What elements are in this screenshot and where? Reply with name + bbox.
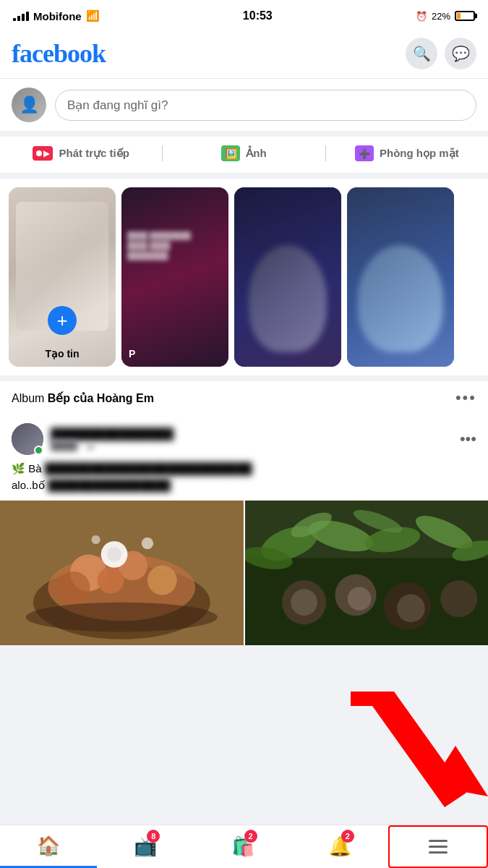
nav-menu[interactable]	[388, 825, 488, 868]
story-label-2: P	[129, 348, 135, 359]
post-options-button[interactable]: •••	[460, 430, 476, 448]
food-image-left[interactable]	[0, 501, 244, 645]
nav-video[interactable]: 📺 8	[97, 825, 194, 868]
leaf-emoji: 🌿	[12, 462, 25, 475]
story-card-2[interactable]: ████ ████████████ ████████████ P	[121, 187, 228, 367]
photo-icon: 🖼️	[221, 145, 240, 161]
home-icon: 🏠	[37, 835, 60, 857]
video-badge: 8	[147, 830, 160, 843]
room-label: Phòng họp mặt	[380, 147, 459, 160]
post-user-info: ████████████████ ████ · ☁	[51, 427, 174, 451]
stories-section: + Tạo tin ████ ████████████ ████████████…	[0, 179, 488, 381]
post-text: 🌿 Bà ███████████████████████████ alo..bố…	[0, 461, 488, 501]
live-button[interactable]: ▶ Phát trực tiếp	[0, 140, 162, 167]
post-more-button[interactable]: •••	[455, 388, 476, 407]
facebook-logo: facebook	[12, 38, 106, 69]
food-svg-left	[0, 501, 244, 645]
food-image-right[interactable]	[245, 501, 489, 645]
search-button[interactable]: 🔍	[406, 38, 437, 69]
svg-point-10	[107, 547, 121, 561]
arrow-overlay	[329, 684, 488, 817]
svg-marker-30	[351, 692, 466, 807]
post-header: ████████████████ ████ · ☁ •••	[0, 414, 488, 461]
post-meta: ████ · ☁	[51, 440, 174, 451]
header-icons: 🔍 💬	[406, 38, 476, 69]
notifications-badge: 2	[341, 830, 354, 843]
battery-percent: 22%	[432, 11, 450, 22]
post-text-line1: Bà	[28, 462, 41, 475]
nav-notifications[interactable]: 🔔 2	[291, 825, 388, 868]
status-bar: Mobifone 📶 10:53 ⏰ 22%	[0, 0, 488, 32]
create-story-icon: +	[48, 306, 77, 335]
battery-icon	[455, 11, 475, 21]
photo-button[interactable]: 🖼️ Ảnh	[163, 140, 325, 167]
feed-post: Album Bếp của Hoàng Em ••• █████████████…	[0, 381, 488, 645]
post-author: ████████████████ ████ · ☁	[12, 423, 174, 455]
post-box: 👤 Bạn đang nghĩ gì?	[0, 79, 488, 137]
story-card-4[interactable]	[347, 187, 454, 367]
photo-label: Ảnh	[246, 147, 266, 160]
story-card-3[interactable]	[234, 187, 341, 367]
carrier-name: Mobifone	[33, 10, 82, 22]
post-album-header: Album Bếp của Hoàng Em •••	[0, 381, 488, 414]
post-username: ████████████████	[51, 427, 174, 440]
bottom-nav: 🏠 📺 8 🛍️ 2 🔔 2	[0, 825, 488, 868]
album-prefix: Album	[12, 392, 44, 404]
svg-point-5	[98, 567, 124, 594]
svg-point-27	[291, 589, 317, 616]
room-button[interactable]: ➕ Phòng họp mặt	[326, 140, 488, 167]
menu-icon	[429, 840, 448, 854]
nav-marketplace[interactable]: 🛍️ 2	[194, 825, 291, 868]
post-text-line2: alo..bố	[12, 479, 45, 491]
svg-marker-31	[430, 746, 488, 796]
create-story-card[interactable]: + Tạo tin	[9, 187, 116, 367]
create-story-label: Tạo tin	[9, 348, 116, 359]
album-title: Album Bếp của Hoàng Em	[12, 391, 154, 405]
marketplace-badge: 2	[244, 830, 257, 843]
carrier-info: Mobifone 📶	[13, 9, 100, 22]
status-right: ⏰ 22%	[416, 11, 475, 22]
user-avatar: 👤	[12, 88, 46, 122]
action-buttons: ▶ Phát trực tiếp 🖼️ Ảnh ➕ Phòng họp mặt	[0, 137, 488, 179]
stories-scroll: + Tạo tin ████ ████████████ ████████████…	[0, 179, 488, 367]
messenger-button[interactable]: 💬	[445, 38, 476, 69]
svg-point-11	[142, 537, 153, 549]
online-indicator	[34, 446, 43, 455]
live-label: Phát trực tiếp	[59, 147, 129, 160]
nav-home[interactable]: 🏠	[0, 825, 97, 868]
post-images	[0, 501, 488, 645]
svg-point-28	[347, 587, 371, 610]
food-svg-right	[245, 501, 489, 645]
signal-icon	[13, 12, 29, 21]
app-header: facebook 🔍 💬	[0, 32, 488, 79]
live-icon: ▶	[33, 146, 53, 161]
status-time: 10:53	[243, 9, 273, 22]
svg-point-7	[147, 566, 177, 595]
alarm-icon: ⏰	[416, 11, 427, 22]
messenger-icon: 💬	[452, 45, 470, 62]
search-icon: 🔍	[413, 45, 431, 62]
svg-point-12	[91, 535, 100, 544]
room-icon: ➕	[355, 145, 374, 161]
svg-point-18	[440, 580, 477, 617]
post-avatar	[12, 423, 43, 455]
svg-point-6	[58, 571, 90, 604]
post-prompt[interactable]: Bạn đang nghĩ gì?	[55, 90, 476, 121]
svg-point-29	[397, 595, 425, 623]
album-name: Bếp của Hoàng Em	[48, 392, 154, 404]
post-text-blurred2: ████████████████	[48, 479, 171, 491]
svg-point-8	[26, 603, 218, 632]
wifi-icon: 📶	[86, 9, 100, 22]
post-text-blurred: ███████████████████████████	[45, 462, 252, 475]
red-arrow-svg	[329, 684, 488, 814]
